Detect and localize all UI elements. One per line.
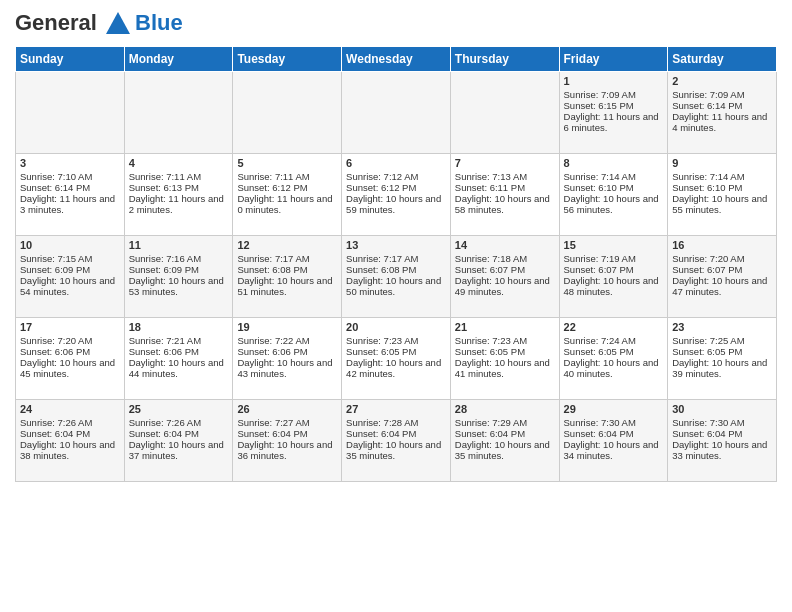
col-header-sunday: Sunday [16,47,125,72]
day-info: Sunset: 6:05 PM [346,346,446,357]
day-info: Sunset: 6:06 PM [237,346,337,357]
day-info: Sunrise: 7:22 AM [237,335,337,346]
logo-blue: Blue [135,10,183,36]
cell-week2-day3: 6Sunrise: 7:12 AMSunset: 6:12 PMDaylight… [342,154,451,236]
day-number: 28 [455,403,555,415]
day-info: Daylight: 10 hours and 45 minutes. [20,357,120,379]
week-row-2: 3Sunrise: 7:10 AMSunset: 6:14 PMDaylight… [16,154,777,236]
day-number: 9 [672,157,772,169]
col-header-monday: Monday [124,47,233,72]
cell-week4-day6: 23Sunrise: 7:25 AMSunset: 6:05 PMDayligh… [668,318,777,400]
day-number: 8 [564,157,664,169]
day-info: Sunset: 6:07 PM [564,264,664,275]
day-info: Sunrise: 7:13 AM [455,171,555,182]
day-number: 11 [129,239,229,251]
day-number: 25 [129,403,229,415]
cell-week5-day0: 24Sunrise: 7:26 AMSunset: 6:04 PMDayligh… [16,400,125,482]
day-info: Daylight: 10 hours and 41 minutes. [455,357,555,379]
day-info: Daylight: 10 hours and 49 minutes. [455,275,555,297]
day-info: Sunrise: 7:12 AM [346,171,446,182]
cell-week1-day5: 1Sunrise: 7:09 AMSunset: 6:15 PMDaylight… [559,72,668,154]
day-info: Sunset: 6:07 PM [455,264,555,275]
day-number: 14 [455,239,555,251]
cell-week3-day0: 10Sunrise: 7:15 AMSunset: 6:09 PMDayligh… [16,236,125,318]
cell-week4-day0: 17Sunrise: 7:20 AMSunset: 6:06 PMDayligh… [16,318,125,400]
day-number: 19 [237,321,337,333]
day-info: Sunset: 6:12 PM [237,182,337,193]
day-info: Daylight: 11 hours and 4 minutes. [672,111,772,133]
day-info: Daylight: 10 hours and 34 minutes. [564,439,664,461]
day-info: Sunset: 6:04 PM [237,428,337,439]
cell-week5-day2: 26Sunrise: 7:27 AMSunset: 6:04 PMDayligh… [233,400,342,482]
col-header-tuesday: Tuesday [233,47,342,72]
svg-marker-0 [106,12,130,34]
col-header-wednesday: Wednesday [342,47,451,72]
cell-week3-day1: 11Sunrise: 7:16 AMSunset: 6:09 PMDayligh… [124,236,233,318]
day-info: Sunset: 6:05 PM [455,346,555,357]
cell-week4-day5: 22Sunrise: 7:24 AMSunset: 6:05 PMDayligh… [559,318,668,400]
cell-week2-day6: 9Sunrise: 7:14 AMSunset: 6:10 PMDaylight… [668,154,777,236]
day-info: Sunset: 6:06 PM [20,346,120,357]
cell-week4-day2: 19Sunrise: 7:22 AMSunset: 6:06 PMDayligh… [233,318,342,400]
cell-week5-day3: 27Sunrise: 7:28 AMSunset: 6:04 PMDayligh… [342,400,451,482]
page: General Blue SundayMondayTuesdayWednesda… [0,0,792,492]
day-info: Sunrise: 7:10 AM [20,171,120,182]
cell-week5-day6: 30Sunrise: 7:30 AMSunset: 6:04 PMDayligh… [668,400,777,482]
day-info: Daylight: 10 hours and 38 minutes. [20,439,120,461]
day-number: 17 [20,321,120,333]
day-number: 2 [672,75,772,87]
day-info: Daylight: 10 hours and 50 minutes. [346,275,446,297]
week-row-3: 10Sunrise: 7:15 AMSunset: 6:09 PMDayligh… [16,236,777,318]
day-info: Daylight: 10 hours and 54 minutes. [20,275,120,297]
col-header-saturday: Saturday [668,47,777,72]
day-info: Sunset: 6:10 PM [672,182,772,193]
day-info: Sunrise: 7:30 AM [672,417,772,428]
day-info: Sunrise: 7:09 AM [672,89,772,100]
day-info: Daylight: 10 hours and 37 minutes. [129,439,229,461]
logo-general: General [15,10,97,35]
cell-week5-day5: 29Sunrise: 7:30 AMSunset: 6:04 PMDayligh… [559,400,668,482]
day-info: Sunset: 6:04 PM [20,428,120,439]
col-header-friday: Friday [559,47,668,72]
day-info: Daylight: 10 hours and 40 minutes. [564,357,664,379]
day-info: Sunset: 6:14 PM [672,100,772,111]
day-number: 13 [346,239,446,251]
day-info: Sunset: 6:05 PM [564,346,664,357]
day-info: Daylight: 10 hours and 58 minutes. [455,193,555,215]
day-info: Sunrise: 7:20 AM [20,335,120,346]
day-info: Daylight: 10 hours and 43 minutes. [237,357,337,379]
day-info: Daylight: 10 hours and 53 minutes. [129,275,229,297]
cell-week1-day2 [233,72,342,154]
cell-week2-day1: 4Sunrise: 7:11 AMSunset: 6:13 PMDaylight… [124,154,233,236]
day-info: Sunset: 6:04 PM [346,428,446,439]
cell-week5-day4: 28Sunrise: 7:29 AMSunset: 6:04 PMDayligh… [450,400,559,482]
day-number: 18 [129,321,229,333]
day-info: Sunrise: 7:23 AM [455,335,555,346]
day-info: Daylight: 10 hours and 56 minutes. [564,193,664,215]
day-number: 4 [129,157,229,169]
day-info: Daylight: 11 hours and 2 minutes. [129,193,229,215]
day-number: 10 [20,239,120,251]
cell-week3-day5: 15Sunrise: 7:19 AMSunset: 6:07 PMDayligh… [559,236,668,318]
day-info: Sunrise: 7:20 AM [672,253,772,264]
day-info: Daylight: 10 hours and 59 minutes. [346,193,446,215]
day-info: Sunrise: 7:23 AM [346,335,446,346]
day-number: 12 [237,239,337,251]
day-info: Daylight: 10 hours and 47 minutes. [672,275,772,297]
day-info: Sunset: 6:11 PM [455,182,555,193]
cell-week3-day4: 14Sunrise: 7:18 AMSunset: 6:07 PMDayligh… [450,236,559,318]
day-number: 26 [237,403,337,415]
cell-week2-day2: 5Sunrise: 7:11 AMSunset: 6:12 PMDaylight… [233,154,342,236]
day-number: 7 [455,157,555,169]
cell-week5-day1: 25Sunrise: 7:26 AMSunset: 6:04 PMDayligh… [124,400,233,482]
cell-week2-day4: 7Sunrise: 7:13 AMSunset: 6:11 PMDaylight… [450,154,559,236]
day-info: Sunset: 6:12 PM [346,182,446,193]
week-row-5: 24Sunrise: 7:26 AMSunset: 6:04 PMDayligh… [16,400,777,482]
header-row: SundayMondayTuesdayWednesdayThursdayFrid… [16,47,777,72]
day-info: Sunrise: 7:30 AM [564,417,664,428]
cell-week1-day6: 2Sunrise: 7:09 AMSunset: 6:14 PMDaylight… [668,72,777,154]
cell-week1-day0 [16,72,125,154]
day-number: 15 [564,239,664,251]
day-info: Sunset: 6:14 PM [20,182,120,193]
day-number: 20 [346,321,446,333]
